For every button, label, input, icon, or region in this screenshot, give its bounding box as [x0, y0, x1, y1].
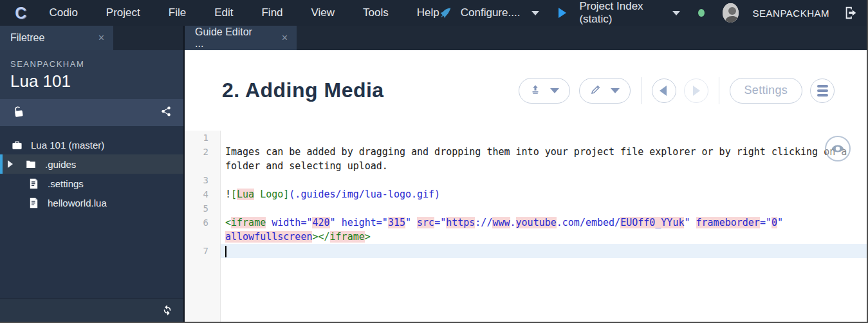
code-line-4[interactable]: 4![Lua Logo](.guides/img/lua-logo.gif) — [185, 187, 867, 201]
menu-view[interactable]: View — [311, 6, 335, 19]
line-number: 3 — [185, 173, 221, 187]
tab-guide-editor-label: Guide Editor ... — [195, 26, 256, 50]
menu-tools[interactable]: Tools — [363, 6, 389, 19]
page-title: 2. Adding Media — [222, 78, 384, 102]
editor-empty-area[interactable] — [185, 258, 867, 323]
code-line-1[interactable]: 1 — [185, 131, 867, 145]
line-content[interactable]: ![Lua Logo](.guides/img/lua-logo.gif) — [221, 187, 867, 201]
briefcase-icon — [10, 140, 23, 151]
line-number: 6 — [185, 216, 221, 244]
tree-item-label: .guides — [45, 159, 76, 170]
topbar-right: Configure.... Project Index (static) SEA… — [439, 0, 858, 26]
menu-find[interactable]: Find — [261, 6, 282, 19]
menu-button[interactable] — [810, 78, 835, 103]
close-icon[interactable]: × — [282, 32, 288, 44]
top-menu-bar: C CodioProjectFileEditFindViewToolsHelp … — [0, 0, 867, 26]
forward-button[interactable] — [684, 78, 708, 103]
line-content[interactable] — [221, 173, 867, 187]
text-cursor — [225, 246, 226, 257]
code-line-7[interactable]: 7 — [185, 244, 867, 258]
username-label[interactable]: SEANPACKHAM — [753, 8, 829, 19]
expander-caret-icon[interactable] — [8, 160, 13, 168]
line-number: 2 — [185, 145, 221, 173]
codio-logo-icon[interactable]: C — [12, 3, 30, 23]
guide-editor-content: 2. Adding Media — [185, 50, 867, 323]
refresh-icon[interactable] — [162, 304, 173, 318]
upload-dropdown-button[interactable] — [519, 78, 570, 104]
sidebar-tabbar: Filetree × — [0, 26, 183, 50]
line-number: 7 — [185, 244, 221, 258]
filetree-panel: Filetree × SEANPACKHAM Lua 101 Lua 101 (… — [0, 26, 183, 323]
gutter — [185, 258, 221, 323]
line-content[interactable] — [221, 131, 867, 145]
code-line-6[interactable]: 6<iframe width="420" height="315" src="h… — [185, 216, 867, 244]
code-line-3[interactable]: 3 — [185, 173, 867, 187]
tree-item-lua-101-master-[interactable]: Lua 101 (master) — [0, 135, 183, 154]
project-header: SEANPACKHAM Lua 101 — [0, 50, 183, 99]
run-target-caret-icon[interactable] — [672, 11, 680, 15]
tree-item-label: helloworld.lua — [48, 198, 107, 208]
line-content[interactable] — [221, 244, 867, 258]
tree-item-label: Lua 101 (master) — [31, 140, 104, 151]
tree-item-label: .settings — [48, 178, 84, 189]
close-icon[interactable]: × — [98, 32, 104, 44]
codio-window: C CodioProjectFileEditFindViewToolsHelp … — [0, 0, 868, 323]
line-content[interactable]: Images can be added by dragging and drop… — [221, 145, 867, 173]
connection-status-dot — [698, 9, 705, 17]
configure-menu[interactable]: Configure.... — [461, 6, 521, 19]
back-button[interactable] — [652, 78, 676, 103]
avatar[interactable] — [723, 3, 739, 23]
unlock-icon[interactable] — [12, 105, 24, 120]
folder-icon — [24, 158, 37, 170]
guide-toolbar: Settings — [519, 77, 835, 104]
file-icon — [27, 178, 40, 189]
filetree-bottombar — [0, 299, 183, 323]
hamburger-icon — [817, 85, 828, 97]
editor-panel: Guide Editor ... × 2. Adding Media — [183, 26, 867, 323]
upload-icon — [530, 84, 541, 98]
toolbar-divider — [641, 77, 642, 104]
preview-button[interactable] — [825, 136, 851, 162]
file-icon — [27, 198, 40, 208]
menu-edit[interactable]: Edit — [214, 6, 233, 19]
code-line-2[interactable]: 2Images can be added by dragging and dro… — [185, 145, 867, 173]
project-title: Lua 101 — [10, 71, 173, 91]
line-number: 1 — [185, 131, 221, 145]
line-content[interactable]: <iframe width="420" height="315" src="ht… — [221, 216, 867, 244]
line-content[interactable] — [221, 201, 867, 216]
edit-dropdown-button[interactable] — [579, 78, 631, 104]
chevron-down-icon — [550, 88, 559, 93]
back-icon — [660, 86, 667, 96]
toolbar-divider — [719, 77, 719, 104]
editor-tabbar: Guide Editor ... × — [185, 26, 867, 50]
tab-filetree[interactable]: Filetree × — [0, 26, 113, 50]
file-tree: Lua 101 (master).guides.settingshellowor… — [0, 126, 183, 299]
forward-icon — [693, 86, 700, 96]
line-number: 5 — [185, 201, 221, 216]
configure-caret-icon[interactable] — [531, 11, 539, 15]
menu-codio[interactable]: Codio — [49, 6, 77, 19]
main-menus: CodioProjectFileEditFindViewToolsHelp — [49, 6, 439, 19]
logout-icon[interactable] — [844, 6, 858, 20]
tree-item--settings[interactable]: .settings — [0, 174, 183, 193]
menu-project[interactable]: Project — [106, 6, 140, 19]
tree-item-helloworld-lua[interactable]: helloworld.lua — [0, 193, 183, 212]
run-target-menu[interactable]: Project Index (static) — [579, 0, 661, 26]
share-icon[interactable] — [160, 106, 172, 120]
guide-header: 2. Adding Media — [185, 50, 867, 131]
preview-eye-icon — [831, 142, 845, 156]
tree-item--guides[interactable]: .guides — [0, 154, 183, 174]
run-play-icon[interactable] — [559, 8, 566, 18]
menu-help[interactable]: Help — [417, 6, 439, 19]
filetree-toolbar — [0, 99, 183, 126]
menu-file[interactable]: File — [169, 6, 186, 19]
settings-button[interactable]: Settings — [730, 78, 802, 104]
tab-guide-editor[interactable]: Guide Editor ... × — [185, 26, 297, 50]
line-number: 4 — [185, 187, 221, 201]
code-editor[interactable]: 12Images can be added by dragging and dr… — [185, 131, 867, 323]
code-line-5[interactable]: 5 — [185, 201, 867, 216]
pencil-icon — [590, 84, 602, 98]
project-owner-label: SEANPACKHAM — [10, 59, 173, 69]
chevron-down-icon — [611, 88, 620, 93]
rocket-icon — [439, 7, 452, 19]
